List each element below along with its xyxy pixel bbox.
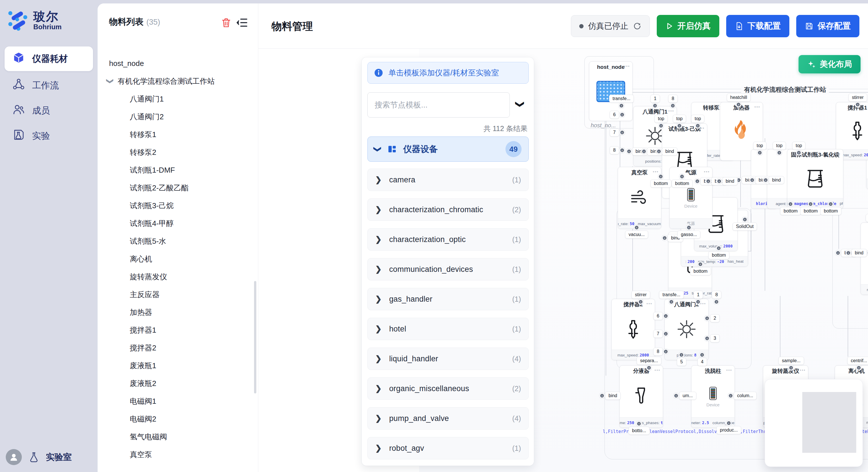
category-item-characterization_optic[interactable]: ❯characterization_optic(1) <box>367 228 529 250</box>
tree-item[interactable]: 加热器 <box>98 303 254 321</box>
port-chip-um[interactable]: um...‹ <box>679 392 696 400</box>
download-config-button[interactable]: 下载配置 <box>726 15 789 37</box>
node-八通阀门2[interactable]: 八通阀门2•••positions: 8 <box>664 299 709 360</box>
port-chip-transfe[interactable]: transfe...› <box>659 291 684 299</box>
port-connector-icon[interactable]: › <box>652 103 658 108</box>
port-connector-icon[interactable]: ‹ <box>763 177 768 183</box>
minimap[interactable] <box>765 379 863 467</box>
tree-item[interactable]: 试剂瓶1-DMF <box>98 161 254 179</box>
node-menu-icon[interactable]: ••• <box>704 169 710 174</box>
port-chip-bottom[interactable]: bottom‹ <box>690 267 711 275</box>
tree-item[interactable]: 搅拌器1 <box>98 321 254 339</box>
port-connector-icon[interactable]: › <box>619 103 624 108</box>
port-chip-stirrer[interactable]: stirrer› <box>631 291 650 299</box>
tree-item[interactable]: 电磁阀2 <box>98 410 254 428</box>
tree-item[interactable]: 真空泵 <box>98 446 254 463</box>
port-connector-icon[interactable]: ‹ <box>716 179 722 184</box>
category-item-communication_devices[interactable]: ❯communication_devices(1) <box>367 258 529 280</box>
port-connector-icon[interactable]: ‹ <box>704 316 710 321</box>
tree-item[interactable]: 八通阀门2 <box>98 108 254 126</box>
port-chip-bottom[interactable]: bottom‹ <box>800 207 821 215</box>
port-chip-produc[interactable]: produc...‹ <box>716 426 741 434</box>
port-chip-8[interactable]: 8› <box>610 146 619 154</box>
port-connector-icon[interactable]: ‹ <box>700 352 705 358</box>
node-menu-icon[interactable]: ••• <box>754 105 761 109</box>
port-chip-bind[interactable]: bind‹ <box>851 249 867 257</box>
node-分液器[interactable]: 分液器•••volume: 250has_phases: true <box>619 365 663 428</box>
port-chip-bind[interactable]: bind‹ <box>769 176 784 184</box>
port-connector-icon[interactable]: ‹ <box>656 149 662 154</box>
tree-root[interactable]: host_node <box>98 55 254 72</box>
port-chip-top[interactable]: top› <box>866 214 868 222</box>
tree-item[interactable]: 离心机 <box>98 250 254 268</box>
port-connector-icon[interactable]: ‹ <box>808 201 813 207</box>
category-item-camera[interactable]: ❯camera(1) <box>367 169 529 191</box>
port-chip-vacuu[interactable]: vacuu...‹ <box>625 231 648 239</box>
port-chip-sample[interactable]: sample...› <box>778 357 804 365</box>
node-menu-icon[interactable]: ••• <box>624 64 630 69</box>
port-chip-botto[interactable]: botto...‹ <box>629 427 650 435</box>
port-chip-8[interactable]: 8› <box>712 291 721 299</box>
port-connector-icon[interactable]: ‹ <box>694 179 700 184</box>
sidebar-item-experiment[interactable]: 实验 <box>5 127 93 145</box>
collapse-all-icon[interactable]: ❯ <box>515 101 525 108</box>
beautify-layout-button[interactable]: 美化布局 <box>799 55 861 73</box>
port-chip-bottom[interactable]: bottom‹ <box>820 207 841 215</box>
category-item-characterization_chromatic[interactable]: ❯characterization_chromatic(2) <box>367 198 529 221</box>
node-menu-icon[interactable]: ••• <box>726 368 732 372</box>
port-chip-top[interactable]: top› <box>654 115 668 123</box>
tree-group[interactable]: ❯有机化学流程综合测试工作站 <box>98 72 254 90</box>
category-item-liquid_handler[interactable]: ❯liquid_handler(4) <box>367 347 529 370</box>
port-connector-icon[interactable]: ‹ <box>835 250 841 256</box>
port-connector-icon[interactable]: › <box>757 150 763 156</box>
port-connector-icon[interactable]: ‹ <box>788 201 794 207</box>
node-气源[interactable]: 气源•••Device气源 <box>670 167 712 229</box>
node-搅拌器2[interactable]: 搅拌器2•••max_speed: 2000 <box>611 299 655 360</box>
port-connector-icon[interactable]: ‹ <box>637 421 642 427</box>
port-connector-icon[interactable]: ‹ <box>698 262 703 267</box>
port-connector-icon[interactable]: ‹ <box>599 393 605 399</box>
collapse-list-icon[interactable] <box>236 16 248 29</box>
port-connector-icon[interactable]: › <box>695 299 701 305</box>
port-chip-5[interactable]: 5‹ <box>677 358 686 366</box>
port-chip-SolidOut[interactable]: SolidOut‹ <box>733 223 757 231</box>
port-chip-top[interactable]: top› <box>792 142 805 150</box>
minimap-viewport[interactable] <box>802 392 856 453</box>
port-connector-icon[interactable]: › <box>855 102 861 107</box>
tree-item[interactable]: 试剂瓶2-乙酸乙酯 <box>98 179 254 197</box>
category-item-gas_handler[interactable]: ❯gas_handler(1) <box>367 288 529 310</box>
port-chip-transfe[interactable]: transfe...› <box>609 95 634 103</box>
port-connector-icon[interactable]: › <box>658 123 664 129</box>
port-chip-bottom[interactable]: bottom‹ <box>780 207 801 215</box>
port-connector-icon[interactable]: ‹ <box>626 149 632 154</box>
node-menu-icon[interactable]: ••• <box>646 301 652 306</box>
port-chip-centrif[interactable]: centrif...› <box>847 357 868 365</box>
port-connector-icon[interactable]: › <box>663 349 669 355</box>
port-connector-icon[interactable]: › <box>677 123 682 129</box>
port-connector-icon[interactable]: › <box>788 365 794 370</box>
port-connector-icon[interactable]: › <box>695 123 701 129</box>
port-connector-icon[interactable]: › <box>619 130 625 135</box>
tree-item[interactable]: 电磁阀1 <box>98 392 254 410</box>
node-接收瓶2[interactable]: 接收瓶2•••max_volume: 250 <box>861 223 868 295</box>
port-connector-icon[interactable]: › <box>714 299 719 305</box>
port-chip-bind[interactable]: bind‹ <box>722 177 738 185</box>
port-chip-bind[interactable]: bind‹ <box>605 392 621 400</box>
port-chip-bind[interactable]: bind‹ <box>662 147 677 156</box>
port-connector-icon[interactable]: ‹ <box>749 177 755 183</box>
port-connector-icon[interactable]: ‹ <box>742 217 747 222</box>
node-固体试剂瓶3-氯化镁[interactable]: 固体试剂瓶3-氯化镁•••agent: magnesium_chlorideph… <box>787 149 843 209</box>
tree-item[interactable]: 转移泵2 <box>98 143 254 161</box>
node-真空泵[interactable]: 真空泵•••pump_rate: 50max_vacuum: 0.1 <box>618 167 661 229</box>
port-chip-8[interactable]: 8› <box>653 347 663 356</box>
port-connector-icon[interactable]: › <box>670 103 676 108</box>
port-chip-top[interactable]: top› <box>673 115 686 123</box>
port-connector-icon[interactable]: › <box>663 331 669 337</box>
port-connector-icon[interactable]: ‹ <box>716 245 722 251</box>
sidebar-item-members[interactable]: 成员 <box>5 102 93 120</box>
port-connector-icon[interactable]: › <box>856 365 862 370</box>
category-item-robot_agv[interactable]: ❯robot_agv(1) <box>367 437 529 460</box>
start-simulation-button[interactable]: 开启仿真 <box>657 15 719 37</box>
port-chip-4[interactable]: 4‹ <box>698 358 707 366</box>
port-connector-icon[interactable]: › <box>796 150 802 156</box>
